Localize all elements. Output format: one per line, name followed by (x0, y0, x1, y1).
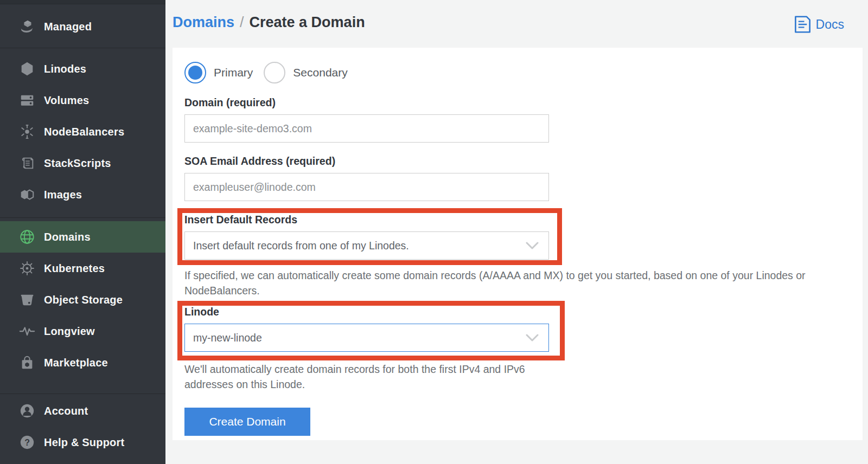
radio-primary-dot (188, 66, 202, 80)
sidebar-item-label: StackScripts (44, 157, 111, 170)
linode-help-text: We'll automatically create domain record… (184, 362, 542, 392)
sidebar-item-label: Help & Support (44, 436, 124, 449)
sidebar-item-label: Volumes (44, 94, 89, 107)
linode-select-value: my-new-linode (193, 332, 262, 344)
default-records-select-value: Insert default records from one of my Li… (193, 240, 409, 252)
sidebar-divider (0, 217, 165, 218)
radio-secondary-circle (264, 62, 285, 83)
default-records-field: Insert Default Records Insert default re… (184, 214, 549, 260)
sidebar-item-label: Linodes (44, 63, 86, 75)
sidebar-item-longview[interactable]: Longview (0, 315, 165, 347)
linodes-icon (18, 60, 36, 78)
domains-icon (18, 228, 36, 246)
docs-link-label: Docs (816, 17, 844, 32)
linode-field: Linode my-new-linode (184, 306, 549, 352)
main-content: Domains/Create a Domain Docs (165, 0, 868, 464)
breadcrumb: Domains/Create a Domain (173, 14, 365, 31)
sidebar-item-label: NodeBalancers (44, 126, 124, 138)
radio-primary-circle (184, 62, 206, 83)
sidebar-item-label: Domains (44, 231, 91, 243)
breadcrumb-domains-link[interactable]: Domains (173, 14, 234, 30)
breadcrumb-separator: / (240, 14, 244, 30)
sidebar-divider (0, 48, 165, 48)
sidebar-item-label: Marketplace (44, 357, 108, 369)
sidebar-item-object-storage[interactable]: Object Storage (0, 284, 165, 315)
sidebar-item-label: Managed (44, 21, 92, 33)
kubernetes-icon (18, 260, 36, 277)
volumes-icon (18, 92, 36, 109)
create-domain-button[interactable]: Create Domain (184, 408, 310, 436)
linode-label: Linode (184, 306, 549, 318)
domain-type-radio-group: Primary Secondary (184, 61, 863, 85)
page-header: Domains/Create a Domain Docs (165, 0, 868, 48)
docs-icon (794, 15, 811, 34)
soa-email-input[interactable] (184, 173, 549, 201)
stackscripts-icon (18, 154, 36, 172)
marketplace-icon (18, 354, 36, 371)
domain-input[interactable] (184, 114, 549, 143)
nodebalancers-icon (18, 123, 36, 140)
default-records-select[interactable]: Insert default records from one of my Li… (184, 231, 549, 260)
page-title: Create a Domain (250, 14, 365, 30)
sidebar-item-label: Account (44, 405, 88, 417)
domain-field-label: Domain (required) (184, 96, 863, 108)
account-icon (18, 402, 36, 420)
images-icon (18, 186, 36, 203)
sidebar-item-nodebalancers[interactable]: NodeBalancers (0, 116, 165, 147)
sidebar-item-help-support[interactable]: ? Help & Support (0, 427, 165, 458)
sidebar-item-marketplace[interactable]: Marketplace (0, 347, 165, 378)
svg-text:?: ? (24, 438, 30, 447)
sidebar-item-stackscripts[interactable]: StackScripts (0, 147, 165, 179)
default-records-label: Insert Default Records (184, 214, 549, 225)
sidebar-top-strip (0, 0, 165, 4)
domain-field: Domain (required) (184, 96, 863, 143)
docs-link[interactable]: Docs (794, 15, 844, 34)
sidebar-item-label: Longview (44, 325, 95, 338)
soa-email-field: SOA Email Address (required) (184, 155, 863, 201)
soa-email-field-label: SOA Email Address (required) (184, 155, 863, 167)
sidebar-item-volumes[interactable]: Volumes (0, 85, 165, 116)
sidebar-item-managed[interactable]: Managed (0, 11, 165, 42)
sidebar-item-images[interactable]: Images (0, 179, 165, 210)
chevron-down-icon (526, 334, 539, 342)
sidebar-item-kubernetes[interactable]: Kubernetes (0, 253, 165, 284)
sidebar-item-account[interactable]: Account (0, 395, 165, 427)
sidebar-item-linodes[interactable]: Linodes (0, 53, 165, 85)
help-icon: ? (18, 434, 36, 451)
linode-select[interactable]: my-new-linode (184, 324, 549, 352)
default-records-help-text: If specified, we can automatically creat… (184, 268, 814, 298)
sidebar-item-label: Images (44, 189, 82, 201)
radio-secondary[interactable]: Secondary (264, 62, 347, 83)
app-window: Managed Linodes Volumes (0, 0, 868, 464)
object-storage-icon (18, 291, 36, 308)
create-domain-panel: Primary Secondary Domain (required) SOA … (173, 48, 863, 440)
radio-primary-label: Primary (214, 66, 253, 79)
chevron-down-icon (526, 242, 539, 250)
managed-icon (18, 18, 36, 35)
sidebar-item-label: Kubernetes (44, 262, 105, 275)
sidebar: Managed Linodes Volumes (0, 0, 165, 464)
sidebar-divider (0, 394, 165, 394)
longview-icon (18, 323, 36, 340)
radio-secondary-label: Secondary (293, 66, 347, 79)
sidebar-item-label: Object Storage (44, 294, 123, 306)
sidebar-item-domains[interactable]: Domains (0, 221, 165, 253)
radio-primary[interactable]: Primary (184, 62, 253, 83)
